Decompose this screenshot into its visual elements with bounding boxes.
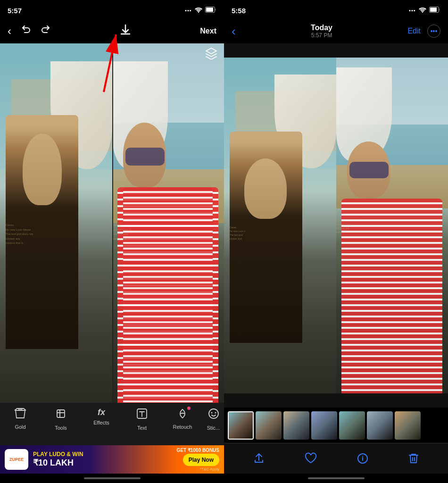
svg-point-0 <box>198 11 199 12</box>
right-image-container: CasesNo new Loon nThe text gridcontain a… <box>224 58 448 393</box>
signal-icon: ▪▪▪ <box>185 8 192 13</box>
thumb-img-3 <box>283 411 309 440</box>
thumb-img-2 <box>256 411 282 440</box>
thumbnail-2[interactable] <box>256 411 282 440</box>
right-image-right: CasesNo new Loon nThe text gridcontain <box>336 58 448 393</box>
tool-gold[interactable]: Gold <box>0 408 41 430</box>
tool-retouch[interactable]: Retouch <box>162 408 203 430</box>
right-home-bar <box>308 477 365 479</box>
retouch-label: Retouch <box>173 424 192 430</box>
battery-icon <box>205 7 216 14</box>
delete-button[interactable] <box>408 452 419 465</box>
thumb-img-5 <box>339 411 365 440</box>
right-image-left: CasesNo new Loon nThe text gridcontain a… <box>224 58 336 393</box>
left-panel: 5:57 ▪▪▪ ‹ <box>0 0 224 483</box>
ad-bonus: GET ₹1000 BONUS <box>177 448 219 453</box>
text-icon <box>136 408 148 423</box>
svg-rect-5 <box>57 410 65 417</box>
next-button[interactable]: Next <box>200 27 216 35</box>
left-status-icons: ▪▪▪ <box>185 7 216 14</box>
stickers-icon <box>207 408 220 423</box>
nav-title-text: Today <box>311 24 332 32</box>
right-status-icons: ▪▪▪ <box>409 7 440 14</box>
info-button[interactable] <box>357 452 369 465</box>
right-status-bar: 5:58 ▪▪▪ <box>224 0 448 19</box>
redo-button[interactable] <box>41 25 51 38</box>
nav-title: Today 5:57 PM <box>311 24 332 39</box>
ad-terms: *T&C Apply <box>200 467 219 471</box>
right-battery-icon <box>429 7 440 14</box>
ad-cta-button[interactable]: Play Now <box>183 454 219 466</box>
left-toolbar-left: ‹ <box>8 25 51 38</box>
svg-point-10 <box>422 11 423 12</box>
download-button[interactable] <box>119 24 132 39</box>
left-time: 5:57 <box>8 7 22 15</box>
thumbnail-strip <box>224 408 448 443</box>
left-toolbar: ‹ Next <box>0 19 224 43</box>
split-line <box>112 43 113 403</box>
toolbar-center <box>51 24 200 39</box>
tools-icon <box>55 408 67 423</box>
thumb-img-1 <box>229 412 253 439</box>
gold-label: Gold <box>15 424 25 430</box>
split-image: CasesNo new Loon MeowThe text grid does … <box>0 43 224 403</box>
nav-subtitle: 5:57 PM <box>311 32 332 39</box>
ad-headline: PLAY LUDO & WIN <box>33 451 172 458</box>
layers-button[interactable] <box>205 47 217 62</box>
right-time: 5:58 <box>232 7 246 15</box>
right-wifi-icon <box>419 7 426 14</box>
tool-tools[interactable]: Tools <box>41 408 81 431</box>
tool-stickers[interactable]: Stic... <box>203 408 224 431</box>
ad-banner[interactable]: ZUPEE PLAY LUDO & WIN ₹10 LAKH GET ₹1000… <box>0 445 224 474</box>
thumbnail-5[interactable] <box>339 411 365 440</box>
svg-point-9 <box>215 412 216 414</box>
right-nav-actions: Edit ••• <box>407 25 440 38</box>
right-image-area: CasesNo new Loon nThe text gridcontain a… <box>224 43 448 408</box>
right-home-indicator <box>224 474 448 483</box>
thumbnail-6[interactable] <box>367 411 393 440</box>
right-toolbar: ‹ Today 5:57 PM Edit ••• <box>224 19 448 43</box>
thumbnail-1[interactable] <box>228 411 254 440</box>
edit-button[interactable]: Edit <box>407 27 421 35</box>
svg-rect-12 <box>430 8 437 12</box>
bottom-toolbar: Gold Tools fx Effects Text <box>0 403 224 445</box>
more-button[interactable]: ••• <box>427 25 440 38</box>
right-panel: 5:58 ▪▪▪ ‹ Today <box>224 0 448 483</box>
ad-text: PLAY LUDO & WIN ₹10 LAKH <box>33 451 172 468</box>
effects-label: Effects <box>93 420 109 425</box>
heart-button[interactable] <box>304 452 317 465</box>
ad-right: GET ₹1000 BONUS Play Now *T&C Apply <box>177 448 219 471</box>
svg-point-7 <box>209 409 218 418</box>
stickers-label: Stic... <box>207 425 220 431</box>
right-back-button[interactable]: ‹ <box>232 24 236 39</box>
more-icon: ••• <box>431 27 438 35</box>
tool-effects[interactable]: fx Effects <box>81 408 122 425</box>
retouch-badge <box>187 407 191 410</box>
right-bottom-bar <box>224 443 448 474</box>
image-left: CasesNo new Loon MeowThe text grid does … <box>0 43 112 403</box>
image-right: CasesNo new Loon nThe text gridcontain a… <box>112 43 224 403</box>
back-button[interactable]: ‹ <box>8 25 11 38</box>
thumbnail-3[interactable] <box>283 411 309 440</box>
home-bar <box>84 477 141 479</box>
ad-logo: ZUPEE <box>5 449 28 470</box>
left-status-bar: 5:57 ▪▪▪ <box>0 0 224 19</box>
ad-amount: ₹10 LAKH <box>33 458 172 468</box>
wifi-icon <box>195 7 202 14</box>
thumbnail-4[interactable] <box>311 411 337 440</box>
gold-icon <box>14 408 27 422</box>
thumbnail-7[interactable] <box>395 411 421 440</box>
share-button[interactable] <box>253 452 265 465</box>
main-image-area: CasesNo new Loon MeowThe text grid does … <box>0 43 224 403</box>
text-label: Text <box>137 425 147 431</box>
undo-button[interactable] <box>21 25 31 38</box>
thumb-img-4 <box>311 411 337 440</box>
retouch-icon-wrapper <box>176 408 189 422</box>
tools-label: Tools <box>55 425 67 431</box>
right-signal-icon: ▪▪▪ <box>409 8 416 13</box>
svg-point-14 <box>362 456 363 457</box>
tool-text[interactable]: Text <box>122 408 162 431</box>
svg-point-8 <box>211 412 212 414</box>
svg-rect-2 <box>206 8 213 12</box>
effects-icon: fx <box>98 408 105 417</box>
